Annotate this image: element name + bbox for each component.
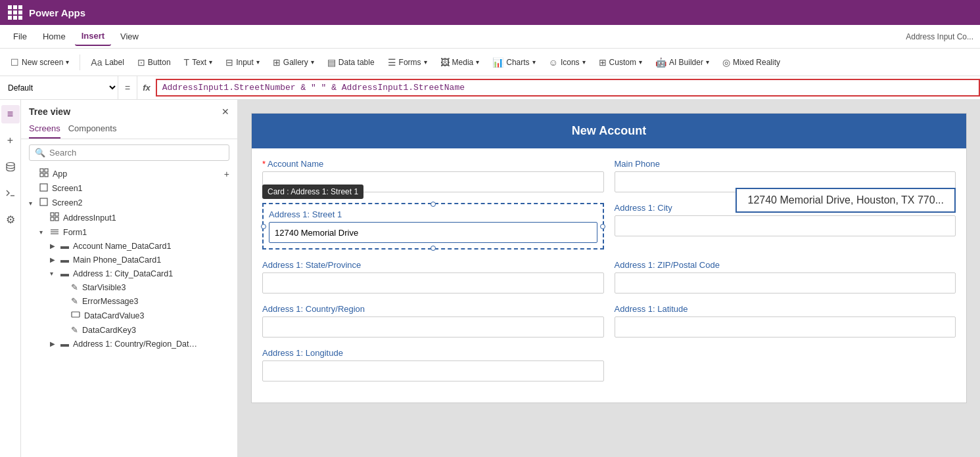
field-address-state: Address 1: State/Province bbox=[262, 260, 604, 294]
mixedreality-icon: ◎ bbox=[722, 57, 730, 68]
menu-insert[interactable]: Insert bbox=[75, 27, 111, 46]
form-row-2: Card : Address 1: Street 1 Address 1: St… bbox=[262, 203, 956, 250]
addressinput-label: AddressInput1 bbox=[63, 213, 116, 223]
menu-view[interactable]: View bbox=[114, 28, 145, 45]
tree-item-errormessage3[interactable]: ✎ ErrorMessage3 bbox=[21, 294, 237, 308]
menu-home[interactable]: Home bbox=[36, 28, 72, 45]
gallery-label: Gallery bbox=[283, 58, 308, 67]
text-icon: T bbox=[184, 57, 190, 68]
new-screen-chevron: ▾ bbox=[66, 58, 69, 66]
addressinput-icon bbox=[50, 212, 59, 223]
gallery-button[interactable]: ⊞ Gallery ▾ bbox=[268, 54, 319, 70]
icons-button[interactable]: ☺ Icons ▾ bbox=[544, 54, 591, 70]
tree-item-starvisible3[interactable]: ✎ StarVisible3 bbox=[21, 280, 237, 294]
menu-file[interactable]: File bbox=[7, 28, 34, 45]
address1city-card-label: Address 1: City_DataCard1 bbox=[73, 269, 173, 278]
button-button[interactable]: ⊡ Button bbox=[132, 54, 176, 70]
tree-close-button[interactable]: ✕ bbox=[222, 106, 229, 117]
charts-button[interactable]: 📊 Charts ▾ bbox=[487, 54, 540, 70]
aibuilder-button[interactable]: 🤖 AI Builder ▾ bbox=[650, 54, 714, 70]
resize-handle-top[interactable] bbox=[431, 202, 436, 207]
starvisible3-label: StarVisible3 bbox=[82, 283, 126, 292]
custom-label: Custom bbox=[609, 58, 636, 67]
aibuilder-chevron: ▾ bbox=[706, 58, 709, 66]
input-button[interactable]: ⊟ Input ▾ bbox=[220, 54, 265, 70]
datatable-label: Data table bbox=[338, 58, 375, 67]
tree-item-mainphone-card[interactable]: ▶ ▬ Main Phone_DataCard1 bbox=[21, 253, 237, 267]
title-bar: Power Apps bbox=[0, 0, 980, 25]
tab-components[interactable]: Components bbox=[68, 121, 117, 139]
label-address-latitude: Address 1: Latitude bbox=[615, 304, 956, 314]
custom-button[interactable]: ⊞ Custom ▾ bbox=[594, 54, 647, 70]
side-icon-variables[interactable] bbox=[1, 184, 20, 202]
media-icon: 🖼 bbox=[440, 57, 450, 68]
datacardkey3-label: DataCardKey3 bbox=[82, 326, 136, 335]
tree-item-accountname-card[interactable]: ▶ ▬ Account Name_DataCard1 bbox=[21, 239, 237, 253]
input-address-state[interactable] bbox=[262, 272, 604, 294]
expand-icon-address1country[interactable]: ▶ bbox=[50, 340, 58, 347]
expand-icon-form1[interactable]: ▾ bbox=[39, 229, 47, 236]
side-icon-settings[interactable]: ⚙ bbox=[1, 210, 20, 229]
side-icon-insert[interactable]: + bbox=[1, 131, 20, 150]
tree-item-screen1[interactable]: Screen1 bbox=[21, 181, 237, 196]
side-icon-tree[interactable]: ≡ bbox=[1, 105, 20, 123]
input-address-latitude[interactable] bbox=[615, 316, 956, 337]
resize-handle-bottom[interactable] bbox=[431, 246, 436, 251]
form-body: Account Name Main Phone 12740 Memorial D… bbox=[252, 148, 966, 403]
tree-panel: Tree view ✕ Screens Components 🔍 App + bbox=[21, 100, 238, 457]
tree-item-address1country-card[interactable]: ▶ ▬ Address 1: Country/Region_DataCar... bbox=[21, 337, 237, 351]
media-button[interactable]: 🖼 Media ▾ bbox=[435, 54, 485, 70]
tree-tabs: Screens Components bbox=[21, 121, 237, 139]
errormessage3-icon: ✎ bbox=[71, 296, 78, 306]
input-address-street[interactable] bbox=[269, 222, 597, 243]
expand-icon-address1city[interactable]: ▾ bbox=[50, 270, 58, 277]
tree-item-address1city-card[interactable]: ▾ ▬ Address 1: City_DataCard1 bbox=[21, 267, 237, 280]
text-button[interactable]: T Text ▾ bbox=[179, 54, 218, 70]
field-address-street: Card : Address 1: Street 1 Address 1: St… bbox=[262, 203, 604, 250]
tree-item-screen2[interactable]: ▾ Screen2 bbox=[21, 196, 237, 210]
text-chevron: ▾ bbox=[209, 58, 212, 66]
field-placeholder-empty bbox=[615, 348, 956, 381]
label-button[interactable]: Aa Label bbox=[85, 54, 129, 70]
mainphone-card-icon: ▬ bbox=[60, 255, 69, 265]
side-icon-data[interactable] bbox=[1, 158, 20, 176]
address-card-selected[interactable]: Address 1: Street 1 bbox=[262, 203, 604, 250]
svg-rect-15 bbox=[72, 312, 80, 317]
expand-icon-mainphone[interactable]: ▶ bbox=[50, 256, 58, 263]
app-icon bbox=[39, 168, 49, 179]
tree-item-datacardvalue3[interactable]: DataCardValue3 bbox=[21, 308, 237, 323]
label-label: Label bbox=[105, 58, 124, 67]
forms-button[interactable]: ☰ Forms ▾ bbox=[383, 54, 432, 70]
resize-handle-left[interactable] bbox=[261, 224, 266, 229]
mixedreality-button[interactable]: ◎ Mixed Reality bbox=[717, 54, 785, 70]
field-address-zip: Address 1: ZIP/Postal Code bbox=[615, 260, 956, 294]
datatable-button[interactable]: ▤ Data table bbox=[322, 54, 380, 70]
resize-handle-right[interactable] bbox=[600, 224, 605, 229]
formula-input[interactable] bbox=[156, 79, 980, 97]
screen2-icon bbox=[39, 198, 48, 208]
new-screen-button[interactable]: ☐ New screen ▾ bbox=[5, 54, 74, 70]
tree-item-app[interactable]: App + bbox=[21, 166, 237, 181]
tree-item-datacardkey3[interactable]: ✎ DataCardKey3 bbox=[21, 323, 237, 337]
tree-item-form1[interactable]: ▾ Form1 bbox=[21, 225, 237, 239]
input-address-country[interactable] bbox=[262, 316, 604, 337]
tree-title: Tree view bbox=[29, 106, 70, 117]
media-label: Media bbox=[452, 58, 474, 67]
label-address-city: Address 1: City bbox=[615, 203, 956, 213]
input-address-zip[interactable] bbox=[615, 272, 956, 294]
formula-selector[interactable]: Default bbox=[0, 76, 118, 99]
input-address-city[interactable] bbox=[615, 215, 956, 236]
tab-screens[interactable]: Screens bbox=[29, 121, 60, 139]
expand-icon-screen2[interactable]: ▾ bbox=[29, 200, 37, 207]
expand-icon-accountname[interactable]: ▶ bbox=[50, 242, 58, 250]
input-address-longitude[interactable] bbox=[262, 360, 604, 381]
waffle-icon[interactable] bbox=[8, 5, 22, 20]
tree-item-addressinput1[interactable]: AddressInput1 bbox=[21, 210, 237, 225]
field-address-longitude: Address 1: Longitude bbox=[262, 348, 604, 381]
search-input[interactable] bbox=[49, 148, 223, 158]
label-icon: Aa bbox=[91, 57, 102, 68]
form-row-4: Address 1: Country/Region Address 1: Lat… bbox=[262, 304, 956, 337]
datacardkey3-icon: ✎ bbox=[71, 325, 78, 335]
charts-icon: 📊 bbox=[492, 57, 503, 68]
charts-chevron: ▾ bbox=[532, 58, 536, 66]
